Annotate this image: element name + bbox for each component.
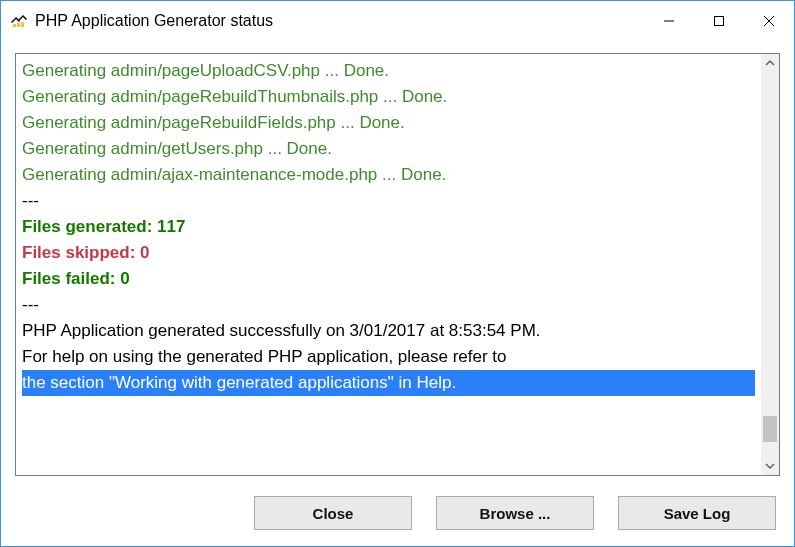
log-line[interactable]: Generating admin/getUsers.php ... Done. [22, 136, 755, 162]
minimize-button[interactable] [644, 1, 694, 41]
window-controls [644, 1, 794, 41]
log-line[interactable]: --- [22, 188, 755, 214]
svg-rect-1 [17, 23, 20, 27]
svg-rect-3 [715, 17, 724, 26]
close-button[interactable]: Close [254, 496, 412, 530]
log-line[interactable]: Generating admin/pageRebuildFields.php .… [22, 110, 755, 136]
log-output[interactable]: Generating admin/pageUploadCSV.php ... D… [15, 53, 780, 476]
log-line[interactable]: PHP Application generated successfully o… [22, 318, 755, 344]
log-line[interactable]: Files failed: 0 [22, 266, 755, 292]
log-line[interactable]: Generating admin/pageUploadCSV.php ... D… [22, 58, 755, 84]
save-log-button[interactable]: Save Log [618, 496, 776, 530]
maximize-button[interactable] [694, 1, 744, 41]
close-icon [763, 15, 775, 27]
minimize-icon [663, 15, 675, 27]
button-row: Close Browse ... Save Log [15, 496, 780, 530]
browse-button[interactable]: Browse ... [436, 496, 594, 530]
app-icon [9, 11, 29, 31]
log-line[interactable]: the section "Working with generated appl… [22, 370, 755, 396]
log-line[interactable]: For help on using the generated PHP appl… [22, 344, 755, 370]
window-frame: PHP Application Generator status Generat… [0, 0, 795, 547]
client-area: Generating admin/pageUploadCSV.php ... D… [1, 41, 794, 546]
title-bar[interactable]: PHP Application Generator status [1, 1, 794, 41]
scroll-up-button[interactable] [761, 54, 779, 72]
scroll-thumb[interactable] [763, 416, 777, 442]
svg-rect-0 [13, 24, 16, 27]
maximize-icon [713, 15, 725, 27]
scroll-down-button[interactable] [761, 457, 779, 475]
log-line[interactable]: Files generated: 117 [22, 214, 755, 240]
log-line[interactable]: Generating admin/ajax-maintenance-mode.p… [22, 162, 755, 188]
log-text[interactable]: Generating admin/pageUploadCSV.php ... D… [16, 54, 761, 475]
window-title: PHP Application Generator status [35, 12, 644, 30]
chevron-down-icon [765, 461, 775, 471]
log-line[interactable]: --- [22, 292, 755, 318]
chevron-up-icon [765, 58, 775, 68]
close-window-button[interactable] [744, 1, 794, 41]
vertical-scrollbar[interactable] [761, 54, 779, 475]
log-line[interactable]: Files skipped: 0 [22, 240, 755, 266]
log-line[interactable]: Generating admin/pageRebuildThumbnails.p… [22, 84, 755, 110]
svg-rect-2 [21, 22, 24, 27]
